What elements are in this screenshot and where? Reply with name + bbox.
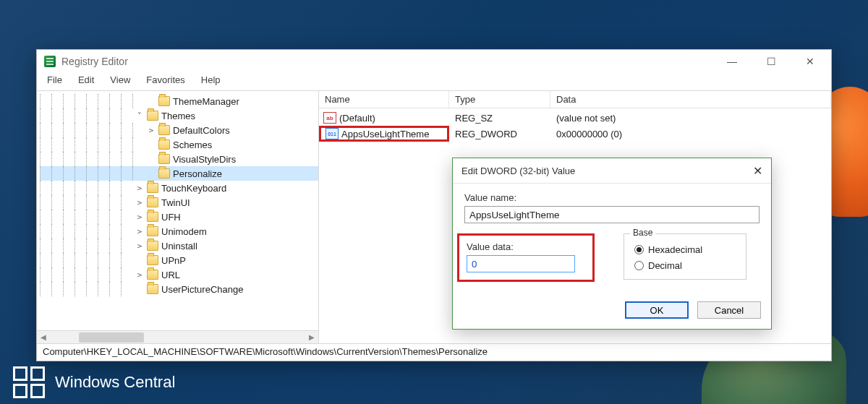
chevron-down-icon[interactable]: ˅ <box>135 111 144 121</box>
tree-item-label: TouchKeyboard <box>161 183 226 194</box>
watermark: Windows Central <box>13 366 175 398</box>
base-groupbox: Base Hexadecimal Decimal <box>624 233 746 280</box>
value-name-label: Value name: <box>464 192 760 203</box>
tree-item-label: TwinUI <box>161 197 190 208</box>
tree-item-themes[interactable]: ˅Themes <box>40 108 318 123</box>
chevron-right-icon[interactable]: > <box>135 212 144 222</box>
tree-item-label: VisualStyleDirs <box>173 154 236 165</box>
tree-item-schemes[interactable]: Schemes <box>40 137 318 152</box>
value-data-cell: 0x00000000 (0) <box>550 129 831 139</box>
scroll-thumb[interactable] <box>79 332 144 343</box>
folder-icon <box>147 241 158 251</box>
tree-item-visualstyledirs[interactable]: VisualStyleDirs <box>40 152 318 166</box>
cancel-button[interactable]: Cancel <box>697 301 761 319</box>
scroll-right-icon[interactable]: ▶ <box>305 331 318 344</box>
radio-dec-label: Decimal <box>648 260 682 271</box>
chevron-right-icon[interactable]: > <box>135 241 144 251</box>
folder-icon <box>158 96 170 106</box>
radio-hexadecimal[interactable]: Hexadecimal <box>634 241 736 257</box>
folder-icon <box>158 125 170 135</box>
folder-icon <box>158 154 170 164</box>
radio-dot-icon <box>634 261 644 270</box>
folder-icon <box>147 183 158 193</box>
folder-icon <box>147 226 158 236</box>
tree-item-label: ThemeManager <box>173 96 239 107</box>
tree-item-upnp[interactable]: UPnP <box>40 253 318 267</box>
tree-item-label: DefaultColors <box>173 125 230 136</box>
chevron-right-icon[interactable]: > <box>135 270 144 280</box>
chevron-right-icon[interactable]: > <box>147 126 156 135</box>
tree-item-label: URL <box>161 270 180 280</box>
ok-button[interactable]: OK <box>625 301 689 319</box>
tree-item-thememanager[interactable]: ThemeManager <box>40 94 318 108</box>
col-header-name[interactable]: Name <box>319 91 449 108</box>
tree-item-uninstall[interactable]: >Uninstall <box>40 238 318 253</box>
folder-icon <box>147 284 158 294</box>
value-data-field[interactable] <box>467 255 575 272</box>
tree-item-label: UFH <box>161 212 181 223</box>
tree-item-label: Personalize <box>173 168 222 179</box>
radio-dot-icon <box>634 245 644 254</box>
folder-icon <box>147 255 158 265</box>
tree-item-label: Schemes <box>173 139 212 150</box>
reg-dword-icon: 011 <box>326 128 339 139</box>
statusbar-path: Computer\HKEY_LOCAL_MACHINE\SOFTWARE\Mic… <box>37 343 831 361</box>
tree-item-url[interactable]: >URL <box>40 267 318 282</box>
menu-view[interactable]: View <box>107 73 133 90</box>
radio-hex-label: Hexadecimal <box>648 244 702 255</box>
value-name-field[interactable] <box>464 206 760 223</box>
folder-icon <box>158 168 170 179</box>
tree-item-label: Themes <box>161 111 195 121</box>
value-name-cell: AppsUseLightTheme <box>341 129 429 139</box>
windows-logo-icon <box>13 366 45 398</box>
tree-item-userpicturechange[interactable]: UserPictureChange <box>40 282 318 296</box>
tree-item-defaultcolors[interactable]: >DefaultColors <box>40 123 318 137</box>
folder-icon <box>147 270 158 280</box>
chevron-right-icon[interactable]: > <box>135 198 144 207</box>
folder-icon <box>147 197 158 207</box>
value-name-cell: (Default) <box>339 113 375 124</box>
tree-item-ufh[interactable]: >UFH <box>40 210 318 224</box>
regedit-icon <box>44 56 56 67</box>
chevron-right-icon[interactable]: > <box>135 227 144 236</box>
menu-help[interactable]: Help <box>198 73 224 90</box>
value-row[interactable]: ab(Default)REG_SZ(value not set) <box>319 110 831 126</box>
value-data-cell: (value not set) <box>550 113 831 124</box>
value-type-cell: REG_DWORD <box>449 129 550 139</box>
reg-sz-icon: ab <box>323 112 336 124</box>
menubar: File Edit View Favorites Help <box>37 73 831 90</box>
menu-file[interactable]: File <box>44 73 65 90</box>
tree-item-unimodem[interactable]: >Unimodem <box>40 224 318 238</box>
tree-item-label: Uninstall <box>161 241 197 252</box>
dialog-close-icon[interactable]: ✕ <box>753 164 762 178</box>
close-button[interactable]: ✕ <box>793 51 827 72</box>
tree-item-label: Unimodem <box>161 226 207 237</box>
tree-item-twinui[interactable]: >TwinUI <box>40 195 318 210</box>
tree-pane[interactable]: ThemeManager˅Themes>DefaultColorsSchemes… <box>37 91 319 343</box>
list-header: Name Type Data <box>319 91 831 108</box>
titlebar[interactable]: Registry Editor — ☐ ✕ <box>37 50 831 73</box>
maximize-button[interactable]: ☐ <box>754 51 788 72</box>
folder-icon <box>147 212 158 222</box>
menu-favorites[interactable]: Favorites <box>143 73 187 90</box>
base-legend: Base <box>630 228 655 238</box>
tree-item-touchkeyboard[interactable]: >TouchKeyboard <box>40 181 318 195</box>
menu-edit[interactable]: Edit <box>75 73 97 90</box>
value-type-cell: REG_SZ <box>449 113 550 124</box>
scroll-left-icon[interactable]: ◀ <box>37 331 50 344</box>
minimize-button[interactable]: — <box>715 51 749 72</box>
radio-decimal[interactable]: Decimal <box>634 257 736 273</box>
tree-item-label: UserPictureChange <box>161 284 243 295</box>
tree-horizontal-scrollbar[interactable]: ◀ ▶ <box>37 330 318 343</box>
tree-item-personalize[interactable]: Personalize <box>40 166 318 181</box>
col-header-data[interactable]: Data <box>550 91 831 108</box>
folder-icon <box>147 111 158 121</box>
edit-dword-dialog: Edit DWORD (32-bit) Value ✕ Value name: … <box>452 158 772 330</box>
col-header-type[interactable]: Type <box>449 91 550 108</box>
value-data-label: Value data: <box>467 241 585 252</box>
value-row[interactable]: 011AppsUseLightThemeREG_DWORD0x00000000 … <box>319 126 831 142</box>
watermark-text: Windows Central <box>55 373 175 392</box>
folder-icon <box>158 139 170 150</box>
chevron-right-icon[interactable]: > <box>135 184 144 193</box>
dialog-title: Edit DWORD (32-bit) Value <box>461 166 575 176</box>
